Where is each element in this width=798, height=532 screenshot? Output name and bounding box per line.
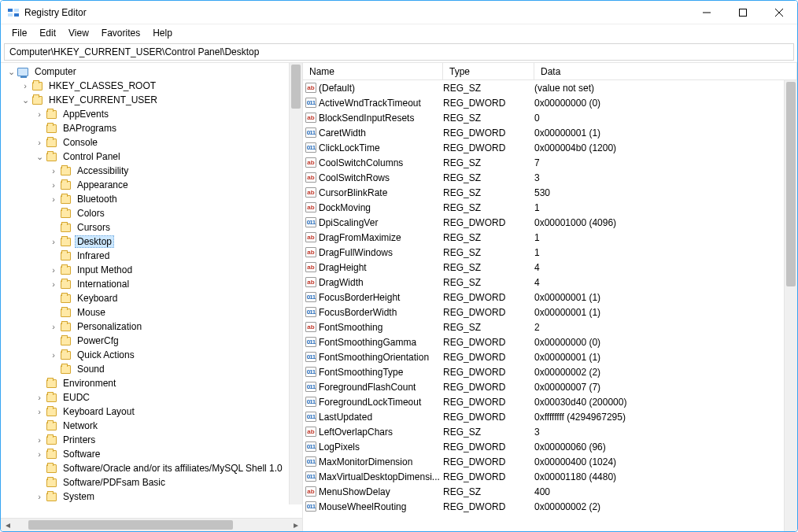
value-row[interactable]: 011FocusBorderWidthREG_DWORD0x00000001 (… <box>303 305 784 320</box>
value-row[interactable]: ab(Default)REG_SZ(value not set) <box>303 80 784 95</box>
value-row[interactable]: 011LastUpdatedREG_DWORD0xffffffff (42949… <box>303 409 784 424</box>
chevron-right-icon[interactable]: › <box>34 492 45 501</box>
titlebar[interactable]: Registry Editor <box>1 1 797 24</box>
value-row[interactable]: abBlockSendInputResetsREG_SZ0 <box>303 110 784 125</box>
value-row[interactable]: abCoolSwitchColumnsREG_SZ7 <box>303 155 784 170</box>
menu-file[interactable]: File <box>6 25 33 41</box>
tree-node[interactable]: ›Keyboard <box>1 291 302 305</box>
close-button[interactable] <box>761 1 797 24</box>
chevron-right-icon[interactable]: › <box>48 237 59 246</box>
column-header-data[interactable]: Data <box>534 63 797 79</box>
tree-node[interactable]: ›Input Method <box>1 263 302 277</box>
value-row[interactable]: 011MaxVirtualDesktopDimensi...REG_DWORD0… <box>303 469 784 484</box>
chevron-right-icon[interactable]: › <box>34 435 45 445</box>
tree-node[interactable]: ⌄HKEY_CURRENT_USER <box>1 93 302 107</box>
value-row[interactable]: abDockMovingREG_SZ1 <box>303 200 784 215</box>
tree-node[interactable]: ›Personalization <box>1 320 302 334</box>
value-row[interactable]: abCursorBlinkRateREG_SZ530 <box>303 185 784 200</box>
address-bar[interactable]: Computer\HKEY_CURRENT_USER\Control Panel… <box>4 43 794 61</box>
chevron-right-icon[interactable]: › <box>20 81 31 91</box>
tree-node[interactable]: ›Infrared <box>1 249 302 263</box>
chevron-right-icon[interactable]: › <box>48 350 59 360</box>
minimize-button[interactable] <box>689 1 725 24</box>
chevron-right-icon[interactable]: › <box>48 194 59 204</box>
tree-vertical-scrollbar[interactable] <box>289 63 302 504</box>
value-row[interactable]: abMenuShowDelayREG_SZ400 <box>303 484 784 499</box>
tree-node[interactable]: ›EUDC <box>1 390 302 405</box>
chevron-right-icon[interactable]: › <box>34 138 45 147</box>
tree-node[interactable]: ›Software/PDFsam Basic <box>1 475 302 490</box>
value-row[interactable]: 011DpiScalingVerREG_DWORD0x00001000 (409… <box>303 215 784 230</box>
menu-help[interactable]: Help <box>146 25 179 41</box>
value-row[interactable]: 011ForegroundFlashCountREG_DWORD0x000000… <box>303 379 784 394</box>
value-row[interactable]: 011FontSmoothingOrientationREG_DWORD0x00… <box>303 349 784 364</box>
tree-node[interactable]: ›Mouse <box>1 305 302 320</box>
value-row[interactable]: 011FontSmoothingGammaREG_DWORD0x00000000… <box>303 334 784 349</box>
tree-node[interactable]: ›Console <box>1 135 302 150</box>
value-row[interactable]: abDragFullWindowsREG_SZ1 <box>303 245 784 260</box>
tree-node[interactable]: ›Desktop <box>1 235 302 249</box>
folder-icon <box>45 151 57 162</box>
tree-node[interactable]: ›Cursors <box>1 220 302 235</box>
registry-tree[interactable]: ⌄Computer›HKEY_CLASSES_ROOT⌄HKEY_CURRENT… <box>1 63 302 505</box>
tree-node[interactable]: ›Software <box>1 447 302 461</box>
tree-node[interactable]: ⌄Computer <box>1 65 302 79</box>
value-row[interactable]: abCoolSwitchRowsREG_SZ3 <box>303 170 784 185</box>
chevron-down-icon[interactable]: ⌄ <box>34 152 45 162</box>
chevron-right-icon[interactable]: › <box>48 279 59 289</box>
value-row[interactable]: abDragHeightREG_SZ4 <box>303 260 784 275</box>
value-row[interactable]: 011LogPixelsREG_DWORD0x00000060 (96) <box>303 439 784 454</box>
tree-node[interactable]: ›Colors <box>1 206 302 220</box>
tree-node[interactable]: ›BAPrograms <box>1 121 302 135</box>
chevron-right-icon[interactable]: › <box>48 265 59 275</box>
column-header-type[interactable]: Type <box>443 63 534 79</box>
value-row[interactable]: abLeftOverlapCharsREG_SZ3 <box>303 424 784 439</box>
tree-node[interactable]: ›International <box>1 277 302 291</box>
tree-node[interactable]: ›Quick Actions <box>1 348 302 362</box>
value-row[interactable]: 011CaretWidthREG_DWORD0x00000001 (1) <box>303 125 784 140</box>
scroll-left-icon[interactable]: ◂ <box>1 519 14 532</box>
maximize-button[interactable] <box>725 1 761 24</box>
tree-node[interactable]: ›System <box>1 490 302 504</box>
tree-node[interactable]: ›HKEY_CLASSES_ROOT <box>1 79 302 93</box>
chevron-right-icon[interactable]: › <box>34 109 45 119</box>
tree-node[interactable]: ›PowerCfg <box>1 334 302 348</box>
menu-favorites[interactable]: Favorites <box>95 25 146 41</box>
value-row[interactable]: 011MaxMonitorDimensionREG_DWORD0x0000040… <box>303 454 784 469</box>
chevron-right-icon[interactable]: › <box>48 180 59 190</box>
value-row[interactable]: 011FocusBorderHeightREG_DWORD0x00000001 … <box>303 290 784 305</box>
tree-node[interactable]: ›Accessibility <box>1 164 302 178</box>
value-row[interactable]: abDragFromMaximizeREG_SZ1 <box>303 230 784 245</box>
menu-edit[interactable]: Edit <box>33 25 62 41</box>
value-row[interactable]: 011ActiveWndTrackTimeoutREG_DWORD0x00000… <box>303 95 784 110</box>
tree-node[interactable]: ›Appearance <box>1 178 302 192</box>
chevron-right-icon[interactable]: › <box>34 393 45 402</box>
tree-node[interactable]: ›Network <box>1 419 302 433</box>
tree-node[interactable]: ›Software/Oracle and/or its affiliates/M… <box>1 461 302 475</box>
value-row[interactable]: 011ClickLockTimeREG_DWORD0x000004b0 (120… <box>303 140 784 155</box>
menu-view[interactable]: View <box>62 25 95 41</box>
chevron-down-icon[interactable]: ⌄ <box>20 95 31 105</box>
chevron-right-icon[interactable]: › <box>48 166 59 175</box>
tree-horizontal-scrollbar[interactable]: ◂ ▸ <box>1 518 302 531</box>
tree-node[interactable]: ›Keyboard Layout <box>1 405 302 419</box>
scroll-right-icon[interactable]: ▸ <box>289 519 302 532</box>
chevron-right-icon[interactable]: › <box>34 449 45 459</box>
chevron-right-icon[interactable]: › <box>48 322 59 331</box>
tree-node[interactable]: ›Sound <box>1 362 302 376</box>
chevron-down-icon[interactable]: ⌄ <box>6 67 17 77</box>
column-header-name[interactable]: Name <box>303 63 443 79</box>
tree-node[interactable]: ›AppEvents <box>1 107 302 121</box>
value-row[interactable]: abFontSmoothingREG_SZ2 <box>303 320 784 334</box>
tree-node[interactable]: ⌄Control Panel <box>1 150 302 164</box>
list-vertical-scrollbar[interactable] <box>784 80 797 531</box>
value-row[interactable]: abDragWidthREG_SZ4 <box>303 275 784 290</box>
value-list[interactable]: ab(Default)REG_SZ(value not set)011Activ… <box>303 80 797 514</box>
chevron-right-icon[interactable]: › <box>34 407 45 416</box>
tree-node[interactable]: ›Environment <box>1 376 302 390</box>
value-row[interactable]: 011MouseWheelRoutingREG_DWORD0x00000002 … <box>303 499 784 514</box>
value-row[interactable]: 011ForegroundLockTimeoutREG_DWORD0x00030… <box>303 394 784 409</box>
tree-node[interactable]: ›Bluetooth <box>1 192 302 206</box>
tree-node[interactable]: ›Printers <box>1 433 302 447</box>
value-row[interactable]: 011FontSmoothingTypeREG_DWORD0x00000002 … <box>303 364 784 379</box>
